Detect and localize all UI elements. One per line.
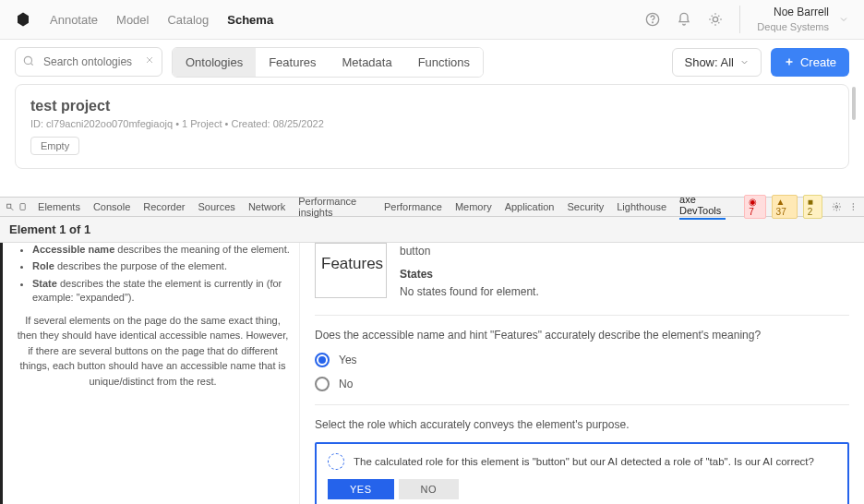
nav-schema[interactable]: Schema — [227, 13, 273, 27]
radio-no[interactable]: No — [315, 377, 849, 391]
nav-annotate[interactable]: Annotate — [50, 13, 98, 27]
create-label: Create — [800, 55, 836, 69]
nav-catalog[interactable]: Catalog — [167, 13, 209, 27]
help-icon[interactable] — [645, 12, 660, 27]
project-title: test project — [30, 98, 834, 114]
dt-tab-security[interactable]: Security — [567, 201, 604, 212]
help-panel: Accessible name describes the meaning of… — [0, 243, 300, 504]
help-paragraph: If several elements on the page do the s… — [16, 313, 290, 390]
tab-metadata[interactable]: Metadata — [329, 48, 404, 77]
show-dropdown[interactable]: Show: All — [672, 48, 761, 77]
question-2: Select the role which accurately conveys… — [315, 418, 849, 431]
help-bullet: State describes the state the element is… — [32, 277, 290, 306]
search-input[interactable] — [15, 47, 162, 77]
svg-point-1 — [653, 22, 654, 23]
topbar-right: Noe Barrell Deque Systems — [645, 6, 849, 33]
create-button[interactable]: Create — [771, 48, 849, 77]
divider — [315, 404, 849, 405]
devtools-tabbar: Elements Console Recorder Sources Networ… — [0, 197, 864, 217]
info-badge[interactable]: ■ 2 — [803, 195, 822, 219]
user-name: Noe Barrell — [757, 6, 829, 20]
element-preview: Features — [315, 243, 387, 298]
tab-ontologies[interactable]: Ontologies — [173, 48, 256, 77]
toolbar: Ontologies Features Metadata Functions S… — [0, 40, 864, 84]
svg-point-6 — [835, 206, 838, 209]
question-1: Does the accessible name and hint "Featu… — [315, 329, 849, 342]
svg-point-9 — [853, 209, 854, 210]
bell-icon[interactable] — [677, 12, 691, 27]
search-wrap — [15, 47, 162, 77]
ai-message: The calculated role for this element is … — [354, 456, 814, 467]
devtools-header: Element 1 of 1 — [0, 217, 864, 243]
kebab-icon[interactable] — [848, 200, 858, 213]
ai-no-button[interactable]: NO — [399, 479, 460, 499]
ai-yes-button[interactable]: YES — [328, 479, 394, 499]
chevron-down-icon — [739, 57, 750, 67]
warn-badge[interactable]: ▲ 37 — [772, 195, 798, 219]
user-menu[interactable]: Noe Barrell Deque Systems — [739, 6, 849, 33]
svg-point-2 — [714, 17, 718, 21]
svg-rect-5 — [20, 204, 25, 210]
dt-tab-recorder[interactable]: Recorder — [143, 201, 185, 212]
devtools-body: Accessible name describes the meaning of… — [0, 243, 864, 504]
chevron-down-icon — [838, 14, 849, 25]
dt-tab-axe[interactable]: axe DevTools — [679, 194, 726, 220]
inspect-icon[interactable] — [6, 201, 15, 213]
dt-tab-elements[interactable]: Elements — [38, 201, 80, 212]
dt-tab-application[interactable]: Application — [505, 201, 555, 212]
gear-icon[interactable] — [832, 200, 842, 213]
project-badge: Empty — [30, 137, 79, 155]
dt-tab-network[interactable]: Network — [248, 201, 285, 212]
dt-tab-memory[interactable]: Memory — [455, 201, 492, 212]
nav-model[interactable]: Model — [116, 13, 149, 27]
dt-tab-perfinsights[interactable]: Performance insights — [298, 196, 371, 218]
radio-icon — [315, 377, 330, 391]
help-bullet: Accessible name describes the meaning of… — [32, 243, 290, 257]
clear-icon[interactable] — [144, 54, 155, 68]
tab-functions[interactable]: Functions — [405, 48, 483, 77]
device-icon[interactable] — [18, 201, 27, 212]
error-badge[interactable]: ◉ 7 — [744, 195, 765, 219]
plus-icon — [784, 56, 795, 67]
search-icon — [22, 54, 35, 70]
dt-tab-sources[interactable]: Sources — [198, 201, 235, 212]
radio-icon — [315, 353, 330, 367]
radio-yes[interactable]: Yes — [315, 353, 849, 367]
role-value: button — [400, 243, 539, 260]
dt-tab-lighthouse[interactable]: Lighthouse — [617, 201, 666, 212]
project-meta: ID: cl79acni202oo070mfegiaojq • 1 Projec… — [30, 118, 834, 129]
tab-features[interactable]: Features — [256, 48, 329, 77]
segmented-tabs: Ontologies Features Metadata Functions — [172, 47, 484, 78]
project-card[interactable]: test project ID: cl79acni202oo070mfegiao… — [15, 84, 849, 169]
element-info: button States No states found for elemen… — [400, 243, 539, 302]
scrollbar[interactable] — [852, 87, 856, 120]
ai-icon — [328, 453, 344, 470]
nav-links: Annotate Model Catalog Schema — [50, 13, 645, 27]
divider — [315, 315, 849, 316]
dt-tab-performance[interactable]: Performance — [384, 201, 442, 212]
svg-point-3 — [24, 56, 31, 64]
theme-icon[interactable] — [708, 12, 723, 27]
inspection-panel: Features button States No states found f… — [300, 243, 864, 504]
dt-tab-console[interactable]: Console — [93, 201, 130, 212]
states-label: States — [400, 266, 539, 283]
svg-point-8 — [853, 206, 854, 207]
show-label: Show: All — [684, 55, 733, 69]
svg-point-7 — [853, 203, 854, 204]
help-bullet: Role describes the purpose of the elemen… — [32, 259, 290, 273]
svg-rect-4 — [7, 204, 11, 208]
topbar: Annotate Model Catalog Schema Noe Barrel… — [0, 0, 864, 40]
app-logo-icon — [15, 11, 31, 28]
ai-suggestion-box: The calculated role for this element is … — [315, 442, 849, 504]
user-org: Deque Systems — [757, 20, 829, 33]
states-value: No states found for element. — [400, 283, 539, 301]
